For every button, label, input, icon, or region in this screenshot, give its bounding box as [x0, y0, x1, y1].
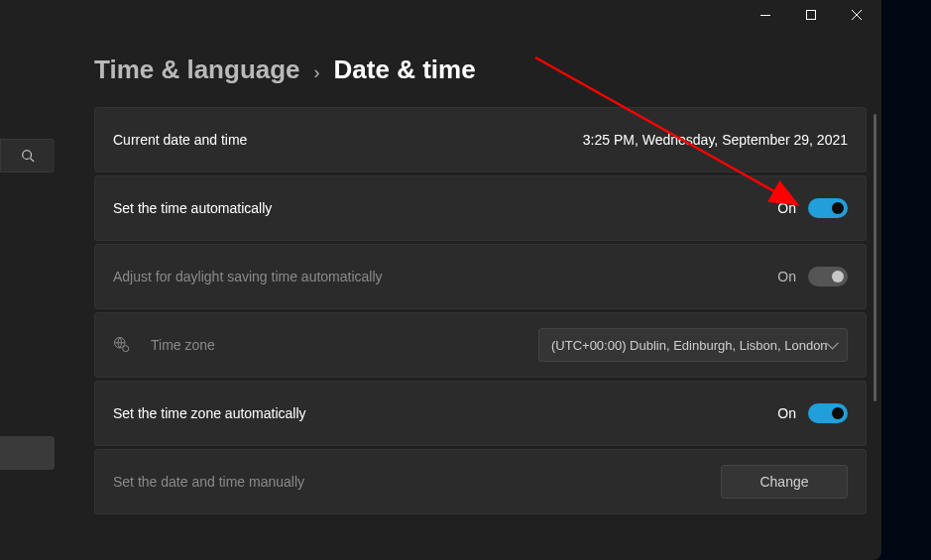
- change-button-label: Change: [759, 474, 808, 490]
- timezone-label: Time zone: [151, 337, 215, 353]
- dst-auto-state: On: [777, 269, 796, 284]
- sidebar-search[interactable]: [0, 139, 55, 172]
- dst-auto-toggle: [808, 267, 848, 286]
- settings-window: Time & language › Date & time Current da…: [0, 0, 881, 560]
- sidebar-nav-item[interactable]: [0, 436, 55, 470]
- maximize-icon: [806, 10, 816, 20]
- timezone-select: (UTC+00:00) Dublin, Edinburgh, Lisbon, L…: [538, 328, 848, 362]
- breadcrumb: Time & language › Date & time: [94, 55, 867, 85]
- scrollbar[interactable]: [873, 114, 876, 401]
- minimize-button[interactable]: [743, 0, 788, 30]
- titlebar: [0, 0, 881, 30]
- content-area: Time & language › Date & time Current da…: [94, 55, 867, 514]
- timezone-selected-value: (UTC+00:00) Dublin, Edinburgh, Lisbon, L…: [551, 338, 828, 353]
- close-icon: [852, 10, 862, 20]
- maximize-button[interactable]: [788, 0, 834, 30]
- row-set-time-auto[interactable]: Set the time automatically On: [94, 175, 867, 241]
- globe-icon: [113, 336, 131, 354]
- set-time-auto-toggle[interactable]: [808, 198, 848, 218]
- breadcrumb-parent[interactable]: Time & language: [94, 55, 300, 85]
- breadcrumb-current: Date & time: [334, 55, 476, 85]
- dst-auto-label: Adjust for daylight saving time automati…: [113, 269, 383, 284]
- svg-rect-1: [807, 11, 816, 20]
- svg-point-7: [123, 346, 129, 352]
- row-set-zone-auto[interactable]: Set the time zone automatically On: [94, 381, 867, 446]
- close-button[interactable]: [834, 0, 879, 30]
- row-set-manual: Set the date and time manually Change: [94, 449, 867, 514]
- row-dst-auto: Adjust for daylight saving time automati…: [94, 244, 867, 309]
- set-time-auto-label: Set the time automatically: [113, 200, 272, 216]
- minimize-icon: [760, 15, 770, 16]
- search-icon: [21, 149, 35, 163]
- set-manual-label: Set the date and time manually: [113, 474, 304, 490]
- set-time-auto-state: On: [777, 200, 796, 216]
- set-zone-auto-label: Set the time zone automatically: [113, 405, 306, 421]
- set-zone-auto-state: On: [777, 405, 796, 421]
- set-zone-auto-toggle[interactable]: [808, 403, 848, 423]
- change-button: Change: [721, 465, 848, 499]
- svg-point-4: [23, 151, 32, 160]
- row-current-datetime: Current date and time 3:25 PM, Wednesday…: [94, 107, 867, 172]
- svg-line-5: [31, 159, 35, 163]
- row-timezone: Time zone (UTC+00:00) Dublin, Edinburgh,…: [94, 312, 867, 378]
- chevron-right-icon: ›: [314, 62, 320, 83]
- current-datetime-value: 3:25 PM, Wednesday, September 29, 2021: [583, 132, 848, 148]
- current-datetime-label: Current date and time: [113, 132, 247, 148]
